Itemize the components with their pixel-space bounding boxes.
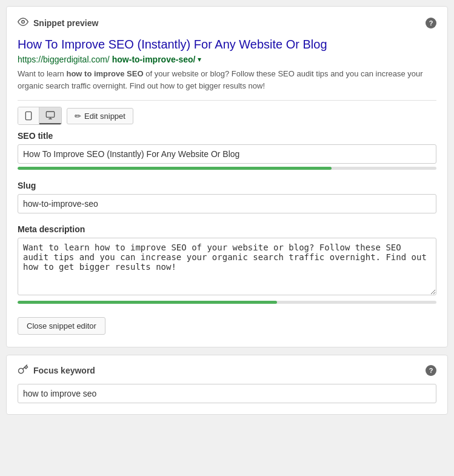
- snippet-preview-card: Snippet preview ? How To Improve SEO (In…: [6, 6, 448, 347]
- slug-group: Slug: [18, 181, 436, 213]
- snippet-editor-form: SEO title Slug Meta description Want to …: [18, 131, 436, 335]
- seo-title-progress-fill: [18, 167, 332, 170]
- focus-keyword-card: Focus keyword ?: [6, 355, 448, 415]
- seo-title-group: SEO title: [18, 131, 436, 170]
- view-toggle-group: [18, 107, 62, 125]
- seo-title-input[interactable]: [18, 144, 436, 164]
- desktop-view-button[interactable]: [39, 107, 61, 124]
- focus-keyword-label: Focus keyword: [33, 366, 95, 375]
- focus-keyword-header-left: Focus keyword: [18, 364, 95, 377]
- snippet-preview-help-icon[interactable]: ?: [426, 18, 436, 28]
- meta-desc-input[interactable]: Want to learn how to improve SEO of your…: [18, 238, 436, 295]
- meta-desc-progress-bar: [18, 301, 436, 304]
- svg-rect-1: [25, 112, 31, 119]
- snippet-url-row: https://biggerdigital.com/how-to-improve…: [18, 55, 436, 64]
- slug-input[interactable]: [18, 194, 436, 213]
- snippet-preview-label: Snippet preview: [33, 18, 98, 28]
- seo-title-label: SEO title: [18, 131, 436, 141]
- focus-keyword-help-icon[interactable]: ?: [426, 365, 436, 376]
- meta-desc-label: Meta description: [18, 224, 436, 234]
- snippet-preview-header-left: Snippet preview: [18, 16, 98, 29]
- edit-snippet-label: Edit snippet: [84, 112, 125, 121]
- key-icon: [18, 364, 28, 377]
- snippet-preview-header: Snippet preview ?: [18, 16, 436, 29]
- url-dropdown-arrow[interactable]: ▾: [198, 55, 201, 64]
- meta-desc-group: Meta description Want to learn how to im…: [18, 224, 436, 304]
- snippet-url-base: https://biggerdigital.com/: [18, 55, 110, 64]
- focus-keyword-header: Focus keyword ?: [18, 364, 436, 377]
- seo-title-progress-bar: [18, 167, 436, 170]
- snippet-url-slug: how-to-improve-seo/: [112, 55, 196, 64]
- slug-label: Slug: [18, 181, 436, 190]
- meta-desc-progress-fill: [18, 301, 277, 304]
- eye-icon: [18, 16, 28, 29]
- mobile-view-button[interactable]: [18, 107, 39, 124]
- snippet-display: How To Improve SEO (Instantly) For Any W…: [18, 36, 436, 92]
- snippet-controls: ✏ Edit snippet: [18, 100, 436, 125]
- snippet-title: How To Improve SEO (Instantly) For Any W…: [18, 36, 436, 52]
- svg-rect-3: [46, 112, 54, 117]
- svg-point-0: [22, 21, 25, 24]
- snippet-description: Want to learn how to improve SEO of your…: [18, 68, 436, 92]
- close-snippet-editor-button[interactable]: Close snippet editor: [18, 317, 105, 335]
- pencil-icon: ✏: [75, 112, 81, 121]
- focus-keyword-input[interactable]: [18, 384, 436, 403]
- edit-snippet-button[interactable]: ✏ Edit snippet: [67, 108, 133, 124]
